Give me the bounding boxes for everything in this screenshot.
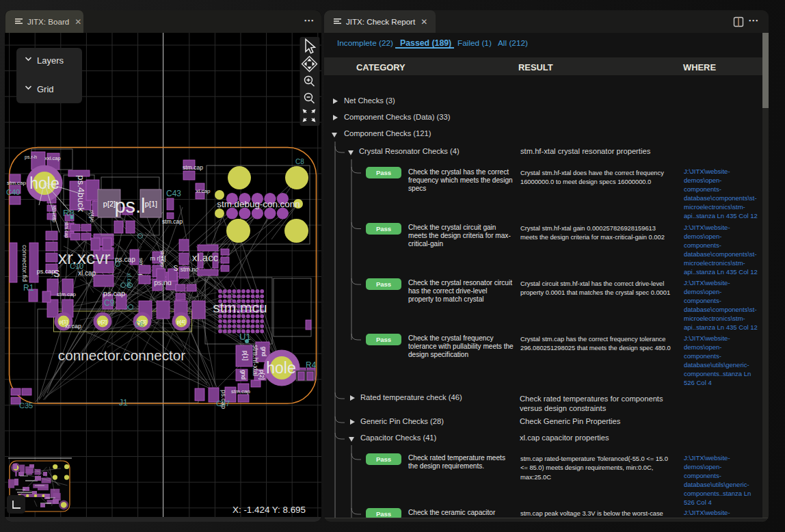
svg-text:xl.cap: xl.cap — [196, 188, 211, 194]
svg-text:gnd: gnd — [240, 370, 247, 380]
svg-text:C43: C43 — [166, 189, 181, 198]
svg-text:J1: J1 — [119, 398, 128, 408]
svg-text:C37: C37 — [216, 399, 230, 408]
svg-text:stm.nd: stm.nd — [180, 266, 198, 273]
svg-text:C35: C35 — [19, 401, 33, 410]
svg-text:xr.xcvr: xr.xcvr — [58, 248, 111, 268]
svg-text:C40: C40 — [6, 188, 20, 196]
svg-text:p[2]: p[2] — [98, 319, 107, 325]
svg-text:connector.connector: connector.connector — [58, 347, 185, 363]
svg-text:p[4]/o: p[4]/o — [89, 210, 94, 222]
svg-text:stm.cap: stm.cap — [51, 206, 57, 223]
svg-text:C10: C10 — [70, 262, 83, 270]
svg-text:p[1]: p[1] — [242, 351, 249, 360]
svg-text:xxl.cap: xxl.cap — [44, 155, 60, 161]
svg-text:gnd: gnd — [261, 347, 267, 356]
svg-text:stm.hf-xtal: stm.hf-xtal — [252, 345, 259, 376]
svg-text:ps.cap: ps.cap — [37, 268, 55, 275]
svg-text:p[1]: p[1] — [145, 200, 157, 208]
svg-text:ps.4buck: ps.4buck — [76, 175, 86, 212]
svg-text:R4: R4 — [306, 360, 317, 370]
svg-text:xr.cap: xr.cap — [65, 323, 81, 330]
svg-text:stm.cap: stm.cap — [64, 222, 69, 239]
svg-text:S: S — [174, 265, 178, 272]
svg-text:stm.cap: stm.cap — [57, 291, 77, 297]
svg-text:S: S — [53, 268, 59, 279]
svg-text:p[2]: p[2] — [258, 370, 265, 380]
svg-text:stm.cap: stm.cap — [162, 218, 183, 225]
svg-text:stm.cap: stm.cap — [231, 388, 251, 395]
svg-text:hole: hole — [266, 359, 295, 377]
svg-text:hole: hole — [29, 174, 59, 192]
svg-text:stm.debug-con.conn: stm.debug-con.conn — [217, 199, 300, 209]
svg-text:xl.cap: xl.cap — [78, 269, 96, 277]
svg-text:ps.l: ps.l — [114, 195, 145, 217]
svg-text:p[2]: p[2] — [103, 200, 116, 208]
svg-text:stm.cap: stm.cap — [159, 250, 165, 267]
svg-text:xl.cap: xl.cap — [126, 273, 133, 288]
svg-text:stm.cap: stm.cap — [7, 180, 27, 186]
svg-text:stm.mcu: stm.mcu — [213, 300, 267, 315]
svg-text:ps.cap: ps.cap — [103, 289, 125, 297]
svg-text:C6: C6 — [135, 321, 144, 328]
svg-text:connector.fid: connector.fid — [21, 245, 29, 282]
svg-text:R1: R1 — [23, 283, 34, 293]
svg-text:C8: C8 — [295, 158, 304, 165]
svg-text:ps.r-h: ps.r-h — [25, 155, 37, 160]
svg-text:p[4]: p[4] — [177, 319, 186, 325]
svg-text:xl.acc: xl.acc — [192, 252, 219, 263]
svg-text:C9: C9 — [104, 298, 115, 308]
svg-text:ps.cap: ps.cap — [115, 256, 135, 263]
svg-text:stm.cap: stm.cap — [183, 164, 203, 171]
